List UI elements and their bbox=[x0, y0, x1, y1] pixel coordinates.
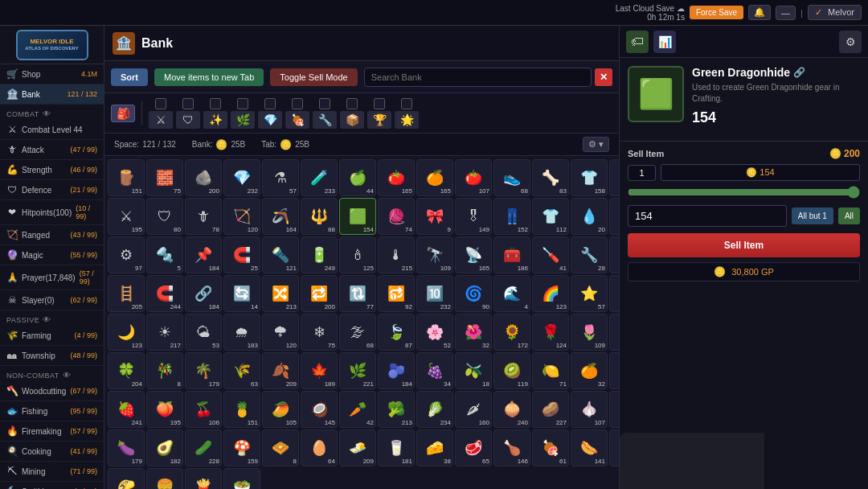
item-cell[interactable]: 🧅 240 bbox=[493, 391, 530, 428]
item-cell[interactable]: 🌧 183 bbox=[223, 314, 260, 351]
item-cell[interactable]: ❄ 75 bbox=[301, 314, 338, 351]
item-cell[interactable]: 🪨 200 bbox=[185, 159, 222, 196]
item-cell[interactable]: 🌺 32 bbox=[455, 314, 492, 351]
right-panel-bar-icon[interactable]: 📊 bbox=[653, 31, 676, 53]
item-cell[interactable]: 🥔 227 bbox=[532, 391, 569, 428]
item-cell[interactable]: 🍊 165 bbox=[416, 159, 453, 196]
item-cell[interactable]: 🔋 249 bbox=[301, 236, 338, 273]
tab-item-0[interactable]: 🎒 bbox=[111, 105, 135, 122]
item-cell[interactable]: 🥛 181 bbox=[378, 429, 415, 466]
item-cell[interactable]: 👕 112 bbox=[532, 198, 569, 235]
item-cell[interactable]: 🕯 125 bbox=[339, 236, 376, 273]
item-cell[interactable]: 🔂 92 bbox=[378, 275, 415, 312]
item-cell[interactable]: 🍟 98 bbox=[185, 468, 222, 489]
sidebar-item-firemaking[interactable]: 🔥 Firemaking (57 / 99) bbox=[0, 421, 104, 442]
sidebar-item-defence[interactable]: 🛡 Defence (21 / 99) bbox=[0, 180, 104, 200]
sell-mode-button[interactable]: Toggle Sell Mode bbox=[270, 68, 357, 86]
item-cell[interactable]: 🍆 179 bbox=[108, 429, 145, 466]
item-cell[interactable]: ⚙ 97 bbox=[108, 236, 145, 273]
item-cell[interactable]: 🍋 71 bbox=[532, 352, 569, 389]
item-cell[interactable]: 🍁 189 bbox=[301, 352, 338, 389]
tab-checkbox-3[interactable] bbox=[210, 98, 221, 109]
item-cell[interactable]: ☀ 217 bbox=[146, 314, 183, 351]
qty-min-input[interactable] bbox=[628, 165, 656, 181]
item-cell[interactable]: 🥑 182 bbox=[146, 429, 183, 466]
tab-checkbox-5[interactable] bbox=[264, 98, 276, 109]
item-cell[interactable]: 🥚 64 bbox=[301, 429, 338, 466]
sidebar-item-magic[interactable]: 🔮 Magic (55 / 99) bbox=[0, 245, 104, 265]
tab-item-7[interactable]: 🔧 bbox=[313, 98, 337, 129]
item-cell[interactable]: 🍃 87 bbox=[378, 314, 415, 351]
item-cell[interactable]: 🥬 234 bbox=[416, 391, 453, 428]
right-panel-gear-icon[interactable]: ⚙ bbox=[839, 31, 862, 53]
search-input[interactable] bbox=[364, 68, 592, 87]
item-cell[interactable]: 🔭 109 bbox=[416, 236, 453, 273]
sidebar-item-prayer[interactable]: 🙏 Prayer(17,848) (57 / 99) bbox=[0, 265, 104, 290]
item-cell[interactable]: 🪵 151 bbox=[108, 159, 145, 196]
item-cell[interactable]: 🧈 209 bbox=[339, 429, 376, 466]
item-cell[interactable]: 🌸 52 bbox=[416, 314, 453, 351]
item-cell[interactable]: 📡 165 bbox=[455, 236, 492, 273]
tab-item-8[interactable]: 📦 bbox=[340, 98, 364, 129]
item-cell[interactable]: 🦴 83 bbox=[532, 159, 569, 196]
item-cell[interactable]: ⭐ 57 bbox=[571, 275, 608, 312]
item-cell[interactable]: 🌮 25 bbox=[108, 468, 145, 489]
item-cell[interactable]: 🫐 184 bbox=[378, 352, 415, 389]
item-cell[interactable]: 🌩 120 bbox=[262, 314, 299, 351]
item-cell[interactable]: 🍑 195 bbox=[146, 391, 183, 428]
item-cell[interactable]: 🔱 88 bbox=[301, 198, 338, 235]
item-cell[interactable]: 🌈 123 bbox=[532, 275, 569, 312]
item-cell[interactable]: 🌻 172 bbox=[493, 314, 530, 351]
item-cell[interactable]: 🎋 8 bbox=[146, 352, 183, 389]
sidebar-item-slayer[interactable]: ☠ Slayer(0) (62 / 99) bbox=[0, 290, 104, 310]
item-cell[interactable]: 🌡 215 bbox=[378, 236, 415, 273]
search-clear-button[interactable]: ✕ bbox=[595, 68, 612, 86]
item-cell[interactable]: 🌫 68 bbox=[339, 314, 376, 351]
item-cell[interactable]: 🍂 209 bbox=[262, 352, 299, 389]
item-cell[interactable]: 🍓 241 bbox=[108, 391, 145, 428]
sidebar-item-attack[interactable]: 🗡 Attack (47 / 99) bbox=[0, 140, 104, 160]
item-cell[interactable]: 🧲 244 bbox=[146, 275, 183, 312]
item-cell[interactable]: 🟩 154 bbox=[339, 198, 376, 235]
item-cell[interactable]: 🍇 34 bbox=[416, 352, 453, 389]
item-cell[interactable]: 🍊 32 bbox=[571, 352, 608, 389]
sidebar-item-shop[interactable]: 🛒 Shop 4.1M bbox=[0, 64, 104, 84]
item-cell[interactable]: 🧲 25 bbox=[223, 236, 260, 273]
item-cell[interactable]: 💦 10 bbox=[609, 198, 619, 235]
sidebar-item-bank[interactable]: 🏦 Bank 121 / 132 bbox=[0, 84, 104, 105]
item-cell[interactable]: 🌙 112 bbox=[609, 275, 619, 312]
item-cell[interactable]: 🔁 200 bbox=[301, 275, 338, 312]
item-cell[interactable]: 👟 68 bbox=[493, 159, 530, 196]
item-cell[interactable]: 🔃 77 bbox=[339, 275, 376, 312]
item-cell[interactable]: 👖 152 bbox=[493, 198, 530, 235]
passive-eye-icon[interactable]: 👁 bbox=[43, 315, 51, 324]
move-button[interactable]: Move items to new Tab bbox=[154, 68, 264, 86]
item-cell[interactable]: 💧 20 bbox=[571, 198, 608, 235]
item-cell[interactable]: 🌴 179 bbox=[185, 352, 222, 389]
item-cell[interactable]: 🍅 107 bbox=[455, 159, 492, 196]
item-cell[interactable]: 🗡 78 bbox=[185, 198, 222, 235]
sidebar-item-hitpoints[interactable]: ❤ Hitpoints(100) (10 / 99) bbox=[0, 200, 104, 225]
item-cell[interactable]: 🧰 186 bbox=[493, 236, 530, 273]
tab-checkbox-8[interactable] bbox=[346, 98, 358, 109]
tab-item-2[interactable]: 🛡 bbox=[176, 98, 200, 129]
item-cell[interactable]: 🪝 95 bbox=[609, 236, 619, 273]
item-cell[interactable]: 🛡 80 bbox=[146, 198, 183, 235]
sidebar-item-woodcutting[interactable]: 🪓 Woodcutting (67 / 99) bbox=[0, 381, 104, 401]
item-cell[interactable]: 🥗 73 bbox=[223, 468, 260, 489]
tab-item-10[interactable]: 🌟 bbox=[395, 98, 419, 129]
item-cell[interactable]: 🍏 44 bbox=[339, 159, 376, 196]
tab-checkbox-6[interactable] bbox=[292, 98, 303, 109]
item-cell[interactable]: 🍄 159 bbox=[223, 429, 260, 466]
sidebar-item-township[interactable]: 🏘 Township (48 / 99) bbox=[0, 346, 104, 366]
item-cell[interactable]: 🌾 63 bbox=[223, 352, 260, 389]
item-cell[interactable]: 🌹 124 bbox=[532, 314, 569, 351]
item-cell[interactable]: 🔦 121 bbox=[262, 236, 299, 273]
item-cell[interactable]: 🧶 74 bbox=[378, 198, 415, 235]
item-cell[interactable]: 🧀 38 bbox=[416, 429, 453, 466]
right-panel-tab-icon[interactable]: 🏷 bbox=[626, 31, 649, 53]
sell-slider[interactable] bbox=[628, 186, 860, 199]
item-cell[interactable]: ⚗ 57 bbox=[262, 159, 299, 196]
item-cell[interactable]: 🧱 75 bbox=[146, 159, 183, 196]
item-cell[interactable]: 🔧 28 bbox=[571, 236, 608, 273]
